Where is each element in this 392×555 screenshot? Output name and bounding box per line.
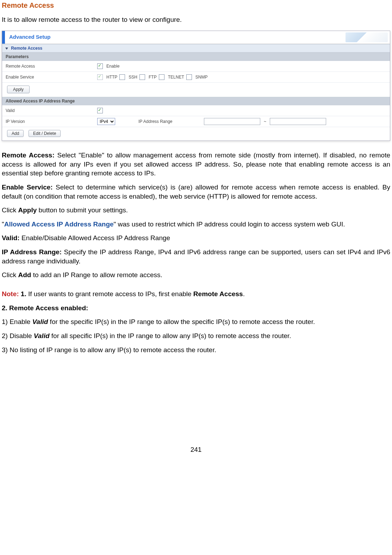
para-enable-service-strong: Enable Service: [2,183,53,191]
ftp-checkbox[interactable] [139,74,145,80]
para-remote-access-strong: Remote Access: [2,151,55,159]
note1-pre: If user wants to grant remote access to … [26,290,193,298]
ip-range-label: IP Address Range [138,119,202,124]
http-label: HTTP [106,75,117,80]
para-enable-service: Enable Service: Select to determine whic… [2,183,390,201]
para-enable-service-rest: Select to determine which service(s) is … [2,183,390,200]
note2-1-ital: Valid [32,318,48,325]
add-button[interactable]: Add [7,130,24,137]
note2-text: 2. Remote Access enabled: [2,304,88,312]
note-2-2: 2) Disable Valid for all specific IP(s) … [2,331,390,341]
para-apply-strong: Apply [18,206,37,214]
telnet-checkbox[interactable] [159,74,164,80]
header-title: Advanced Setup [9,34,51,40]
enable-text: Enable [106,64,119,69]
valid-checkbox[interactable] [97,108,103,113]
para-add-strong: Add [18,271,31,279]
para-allowed-range: "Allowed Access IP Address Range" was us… [2,220,390,229]
note-2-1: 1) Enable Valid for the specific IP(s) i… [2,317,390,326]
row-ip-version: IP Version IPv4 IP Address Range ~ [2,116,390,127]
section-allowed-range: Allowed Access IP Address Range [2,97,390,105]
para-valid-rest: Enable/Disable Allowed Access IP Address… [20,234,170,242]
note2-2-pre: 2) Disable [2,332,34,339]
note1-num: 1. [19,290,26,298]
note-2-header: 2. Remote Access enabled: [2,304,390,313]
section-parameters: Parameters [2,52,390,61]
apply-row: Apply [2,83,390,97]
section-remote-access-label: Remote Access [11,46,42,51]
ssh-label: SSH [129,75,137,80]
header-decor-icon [346,32,388,42]
add-edit-row: Add Edit / Delete [2,127,390,141]
apply-button[interactable]: Apply [7,86,30,93]
para-ip-range-strong: IP Address Range: [2,248,62,256]
intro-text: It is to allow remote access to the rout… [2,16,390,24]
row-enable-service: Enable Service HTTP SSH FTP TELNET SNMP [2,72,390,83]
note2-1-post: for the specific IP(s) in the IP range t… [48,318,315,325]
para-add-pre: Click [2,271,18,279]
remote-access-label: Remote Access [6,64,97,69]
para-add: Click Add to add an IP Range to allow re… [2,270,390,280]
note2-2-post: for all specific IP(s) in the IP range t… [50,332,291,339]
range-tilde: ~ [264,119,266,124]
snmp-label: SNMP [195,75,208,80]
telnet-label: TELNET [168,75,184,80]
section-remote-access[interactable]: Remote Access [2,44,390,52]
ssh-checkbox[interactable] [119,74,125,80]
http-checkbox[interactable] [97,74,103,80]
ip-version-select[interactable]: IPv4 [97,118,115,125]
para-ip-range: IP Address Range: Specify the IP address… [2,248,390,266]
header-accent [2,31,5,44]
ip-range-end-input[interactable] [270,118,326,125]
note-label: Note: [2,290,19,298]
para-remote-access: Remote Access: Select "Enable" to allow … [2,151,390,178]
enable-service-label: Enable Service [6,75,97,80]
ftp-label: FTP [149,75,157,80]
page-title: Remote Access [2,1,390,10]
para-allowed-blue: Allowed Access IP Address Range [4,220,114,228]
note1-bold: Remote Access [193,290,243,298]
row-remote-access: Remote Access Enable [2,61,390,72]
note-1: Note: 1. If user wants to grant remote a… [2,289,390,299]
edit-delete-button[interactable]: Edit / Delete [29,130,61,137]
ip-range-start-input[interactable] [204,118,260,125]
note2-1-pre: 1) Enable [2,318,32,325]
para-allowed-rest: " was used to restrict which IP address … [114,220,345,228]
para-add-post: to add an IP Range to allow remote acces… [31,271,162,279]
para-remote-access-rest: Select "Enable" to allow management acce… [2,151,390,177]
remote-access-checkbox[interactable] [97,63,103,69]
para-valid-strong: Valid: [2,234,20,242]
valid-label: Valid [6,108,97,113]
router-config-panel: Advanced Setup Remote Access Parameters … [2,31,390,141]
para-allowed-q1: " [2,220,4,228]
para-apply: Click Apply button to submit your settin… [2,206,390,215]
note1-post: . [243,290,245,298]
note-2-3: 3) No listing of IP range is to allow an… [2,345,390,355]
snmp-checkbox[interactable] [186,74,192,80]
para-apply-pre: Click [2,206,18,214]
note2-2-ital: Valid [34,332,50,339]
panel-header: Advanced Setup [2,31,390,44]
page-number: 241 [2,446,390,454]
row-valid: Valid [2,105,390,116]
para-valid: Valid: Enable/Disable Allowed Access IP … [2,233,390,243]
para-apply-post: button to submit your settings. [37,206,128,214]
ip-version-label: IP Version [6,119,97,124]
